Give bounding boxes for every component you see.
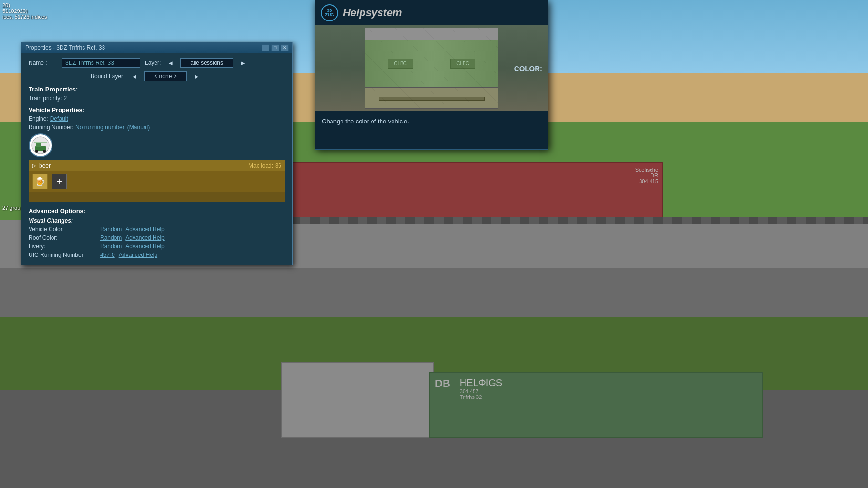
color-label: COLOR: — [514, 64, 542, 72]
help-panel: 3DZUG Helpsystem CLBC CLBC — [315, 0, 548, 150]
green-car-helboigs: HELΦIGS — [460, 377, 502, 388]
running-number-label: Running Number: — [29, 124, 73, 131]
top-info: 20) 51102920) ices, 51726 indices — [2, 2, 47, 20]
green-car-tnfrhs: Tnfrhs 32 — [460, 394, 502, 400]
green-car-number: 304 457 — [460, 388, 502, 394]
train-car-red: BANANEN Seefische DR 304 415 — [281, 162, 663, 219]
window-title: Properties - 3DZ Tnfrhs Ref. 33 — [25, 44, 105, 51]
train-label-seefische: Seefische — [635, 167, 658, 173]
layer-left-arrow[interactable]: ◄ — [165, 60, 176, 67]
properties-window: Properties - 3DZ Tnfrhs Ref. 33 _ □ ✕ Na… — [21, 42, 293, 265]
bound-layer-value: < none > — [144, 71, 186, 81]
layer-label: Layer: — [145, 60, 161, 66]
cargo-beer-icon: 🍺 — [32, 174, 48, 189]
avatar-area — [29, 133, 285, 157]
train-priority-value: 2 — [64, 95, 67, 102]
advanced-options: Advanced Options: Visual Changes: Vehicl… — [29, 207, 285, 258]
layer-right-arrow[interactable]: ► — [238, 60, 248, 67]
bound-layer-right-arrow[interactable]: ► — [192, 73, 202, 80]
maximize-button[interactable]: □ — [271, 44, 279, 51]
train-car-green: DB HELΦIGS 304 457 Tnfrhs 32 — [429, 372, 763, 438]
roof-color-row: Roof Color: Random Advanced Help — [29, 234, 285, 241]
advanced-options-header: Advanced Options: — [29, 207, 285, 214]
livery-label: Livery: — [29, 243, 100, 250]
running-number-row: Running Number: No running number (Manua… — [29, 124, 285, 131]
close-button[interactable]: ✕ — [281, 44, 289, 51]
help-image-overlay — [365, 28, 498, 108]
window-controls: _ □ ✕ — [262, 44, 289, 51]
info-line1: 20) — [2, 2, 47, 8]
engine-label: Engine: — [29, 115, 48, 122]
roof-color-advanced-link[interactable]: Advanced Help — [125, 234, 164, 241]
help-header: 3DZUG Helpsystem — [315, 0, 548, 25]
info-line2: 51102920) — [2, 8, 47, 14]
uic-value-link[interactable]: 457-0 — [100, 252, 115, 258]
livery-advanced-link[interactable]: Advanced Help — [125, 243, 164, 250]
svg-point-3 — [35, 150, 38, 152]
livery-random-link[interactable]: Random — [100, 243, 122, 250]
running-number-link[interactable]: No running number — [75, 124, 124, 131]
uic-advanced-link[interactable]: Advanced Help — [119, 252, 157, 258]
bound-layer-row: Bound Layer: ◄ < none > ► — [29, 71, 285, 81]
bound-layer-label: Bound Layer: — [91, 73, 124, 80]
minimize-button[interactable]: _ — [262, 44, 269, 51]
svg-rect-5 — [34, 142, 47, 143]
help-description: Change the color of the vehicle. — [315, 111, 548, 149]
livery-row: Livery: Random Advanced Help — [29, 243, 285, 250]
help-logo-circle: 3DZUG — [321, 4, 338, 21]
info-line3: ices, 51726 indices — [2, 14, 47, 20]
avatar-icon — [29, 133, 52, 157]
vehicle-color-row: Vehicle Color: Random Advanced Help — [29, 226, 285, 233]
layer-value: alle sessions — [180, 58, 233, 68]
train-priority-row: Train priority: 2 — [29, 95, 285, 102]
roof-color-label: Roof Color: — [29, 234, 100, 241]
vehicle-color-random-link[interactable]: Random — [100, 226, 122, 233]
help-logo-area: 3DZUG — [321, 4, 338, 21]
svg-point-4 — [43, 150, 46, 152]
uic-row: UIC Running Number 457-0 Advanced Help — [29, 252, 285, 258]
help-image: CLBC CLBC — [315, 25, 548, 111]
train-properties-header: Train Properties: — [29, 86, 285, 93]
max-load-label: Max load: — [248, 163, 273, 169]
train-label-dr: DR — [635, 173, 658, 178]
name-label: Name : — [29, 60, 57, 66]
window-body: Name : Layer: ◄ alle sessions ► Bound La… — [21, 53, 292, 265]
name-row: Name : Layer: ◄ alle sessions ► — [29, 58, 285, 68]
roof-color-random-link[interactable]: Random — [100, 234, 122, 241]
uic-label: UIC Running Number — [29, 252, 100, 258]
cargo-empty-area — [29, 192, 285, 202]
max-load-value: 36 — [275, 163, 281, 169]
visual-changes: Visual Changes: Vehicle Color: Random Ad… — [29, 217, 285, 258]
green-car-db: DB — [435, 377, 450, 390]
running-number-manual[interactable]: (Manual) — [127, 124, 150, 131]
vehicle-color-advanced-link[interactable]: Advanced Help — [125, 226, 164, 233]
cargo-max-load: Max load: 36 — [248, 162, 281, 169]
engine-value-link[interactable]: Default — [50, 115, 68, 122]
help-logo-text: 3DZUG — [325, 9, 334, 17]
cargo-add-button[interactable]: + — [52, 174, 67, 189]
bound-layer-left-arrow[interactable]: ◄ — [129, 73, 139, 80]
window-titlebar: Properties - 3DZ Tnfrhs Ref. 33 _ □ ✕ — [21, 42, 292, 53]
name-input[interactable] — [62, 58, 140, 68]
cargo-body: 🍺 + — [29, 171, 285, 192]
cargo-expand-icon: ▷ — [32, 163, 36, 168]
cargo-name: beer — [39, 163, 51, 169]
help-title: Helpsystem — [343, 7, 402, 19]
svg-rect-2 — [36, 143, 41, 147]
vehicle-properties-header: Vehicle Properties: — [29, 106, 285, 113]
engine-row: Engine: Default — [29, 115, 285, 122]
help-image-inner: CLBC CLBC — [365, 28, 498, 109]
train-priority-label: Train priority: — [29, 95, 62, 102]
train-label-number: 304 415 — [635, 178, 658, 184]
train-car-gray — [281, 362, 434, 438]
visual-changes-header: Visual Changes: — [29, 217, 285, 224]
rails — [281, 217, 868, 224]
help-image-container: CLBC CLBC COLOR: — [315, 25, 548, 111]
cargo-header-left: ▷ beer — [32, 163, 51, 169]
vehicle-color-label: Vehicle Color: — [29, 226, 100, 233]
cargo-header[interactable]: ▷ beer Max load: 36 — [29, 160, 285, 171]
